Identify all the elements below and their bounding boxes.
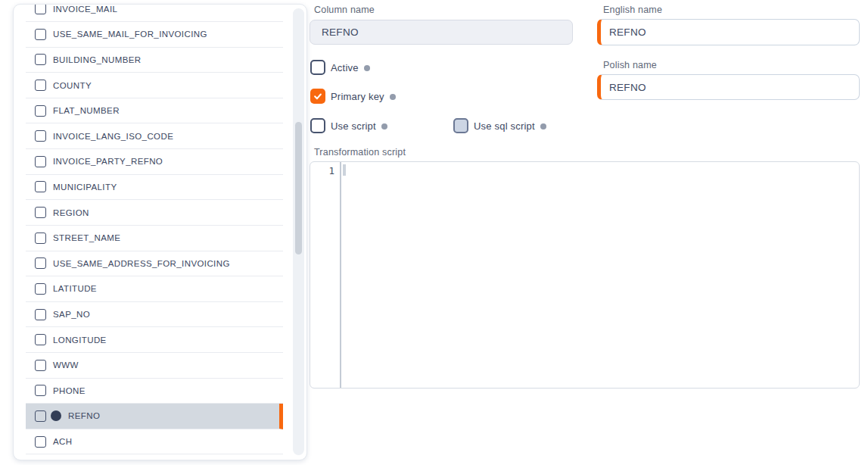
list-item-label: ACH [53, 437, 72, 446]
polish-name-input[interactable] [597, 74, 860, 100]
active-checkbox-label: Active [331, 62, 359, 73]
list-item-label: STREET_NAME [53, 233, 120, 242]
list-item-checkbox[interactable] [35, 385, 46, 396]
list-item-label: USE_SAME_MAIL_FOR_INVOICING [53, 30, 207, 39]
list-item[interactable]: MUNICIPALITY [26, 175, 283, 201]
use-sql-script-status-dot-icon [540, 123, 546, 130]
list-item-checkbox[interactable] [35, 105, 46, 117]
list-item[interactable]: REGION [26, 200, 283, 226]
list-item-checkbox[interactable] [35, 257, 46, 269]
use-script-checkbox[interactable] [310, 118, 325, 133]
column-list-panel: INVOICE_MAILUSE_SAME_MAIL_FOR_INVOICINGB… [13, 4, 307, 460]
editor-text-area[interactable] [341, 162, 859, 388]
transformation-script-editor[interactable]: 1 [310, 161, 860, 389]
list-item[interactable]: STREET_NAME [26, 226, 283, 251]
list-item-label: USE_SAME_ADDRESS_FOR_INVOICING [53, 259, 230, 268]
list-item-label: LONGITUDE [53, 335, 107, 345]
list-item-label: COUNTY [53, 81, 92, 90]
list-item-label: FLAT_NUMBER [53, 106, 120, 115]
list-scrollbar-thumb[interactable] [295, 122, 302, 254]
primary-key-status-dot-icon [390, 94, 396, 100]
list-item-label: INVOICE_MAIL [53, 5, 117, 14]
list-item[interactable]: PHONE [26, 379, 283, 404]
primary-key-checkbox-row[interactable]: Primary key [310, 89, 396, 104]
list-item[interactable]: WWW [26, 353, 283, 379]
list-item-checkbox[interactable] [35, 334, 46, 345]
use-script-checkbox-label: Use script [331, 120, 376, 132]
polish-name-label: Polish name [603, 60, 657, 70]
list-item[interactable]: USE_SAME_MAIL_FOR_INVOICING [26, 22, 283, 48]
list-item-checkbox[interactable] [35, 436, 46, 448]
use-sql-script-checkbox-row: Use sql script [453, 118, 546, 133]
list-scrollbar-track[interactable] [293, 8, 304, 455]
list-item[interactable]: SAP_NO [26, 302, 283, 328]
list-item[interactable]: REFNO [26, 404, 283, 429]
list-item[interactable]: INVOICE_LANG_ISO_CODE [26, 123, 283, 149]
checkmark-icon [313, 91, 323, 101]
column-list: INVOICE_MAILUSE_SAME_MAIL_FOR_INVOICINGB… [26, 4, 283, 454]
column-name-input [310, 20, 573, 45]
list-item[interactable]: FLAT_NUMBER [26, 98, 283, 124]
column-name-label: Column name [314, 5, 375, 15]
list-item-label: WWW [53, 360, 79, 370]
list-item-checkbox[interactable] [35, 309, 46, 320]
primary-key-checkbox[interactable] [310, 89, 325, 104]
active-status-dot-icon [364, 65, 370, 71]
list-item-label: PHONE [53, 386, 86, 395]
list-item-checkbox[interactable] [35, 156, 46, 167]
primary-key-checkbox-label: Primary key [331, 91, 384, 102]
list-item[interactable]: USE_SAME_ADDRESS_FOR_INVOICING [26, 251, 283, 277]
list-item-label: LATITUDE [53, 284, 97, 293]
active-checkbox-row[interactable]: Active [310, 60, 370, 75]
list-item[interactable]: LATITUDE [26, 276, 283, 302]
list-item[interactable]: LONGITUDE [26, 327, 283, 353]
list-item-checkbox[interactable] [35, 207, 46, 218]
use-sql-script-checkbox-label: Use sql script [474, 120, 535, 132]
list-item-checkbox[interactable] [35, 283, 46, 295]
list-item-checkbox[interactable] [35, 80, 46, 91]
transformation-script-label: Transformation script [314, 147, 406, 158]
editor-line-number: 1 [310, 162, 341, 388]
use-script-checkbox-row[interactable]: Use script [310, 118, 387, 133]
list-item-checkbox[interactable] [35, 410, 46, 422]
active-checkbox[interactable] [310, 60, 325, 75]
list-item-checkbox[interactable] [35, 4, 46, 14]
list-item-checkbox[interactable] [35, 54, 46, 65]
list-item-label: MUNICIPALITY [53, 183, 117, 192]
list-item-checkbox[interactable] [35, 232, 46, 244]
list-item-checkbox[interactable] [35, 181, 46, 192]
list-item-label: BUILDING_NUMBER [53, 55, 142, 64]
list-item-checkbox[interactable] [35, 29, 46, 40]
list-item[interactable]: ACH [26, 429, 283, 455]
list-item-checkbox[interactable] [35, 360, 46, 371]
list-item[interactable]: INVOICE_PARTY_REFNO [26, 149, 283, 175]
list-item-checkbox[interactable] [35, 130, 46, 142]
list-item-label: REFNO [68, 411, 100, 420]
list-item-label: REGION [53, 208, 89, 217]
list-item[interactable]: INVOICE_MAIL [26, 4, 283, 22]
use-script-status-dot-icon [381, 123, 387, 130]
list-item-label: INVOICE_PARTY_REFNO [53, 157, 163, 166]
primary-key-dot-icon [51, 410, 61, 421]
list-item-label: INVOICE_LANG_ISO_CODE [53, 132, 173, 141]
english-name-label: English name [603, 5, 662, 15]
english-name-input[interactable] [597, 19, 860, 45]
list-item[interactable]: BUILDING_NUMBER [26, 48, 283, 73]
list-item[interactable]: COUNTY [26, 73, 283, 98]
editor-caret [343, 164, 346, 176]
list-item-label: SAP_NO [53, 310, 90, 319]
use-sql-script-checkbox [453, 118, 468, 133]
